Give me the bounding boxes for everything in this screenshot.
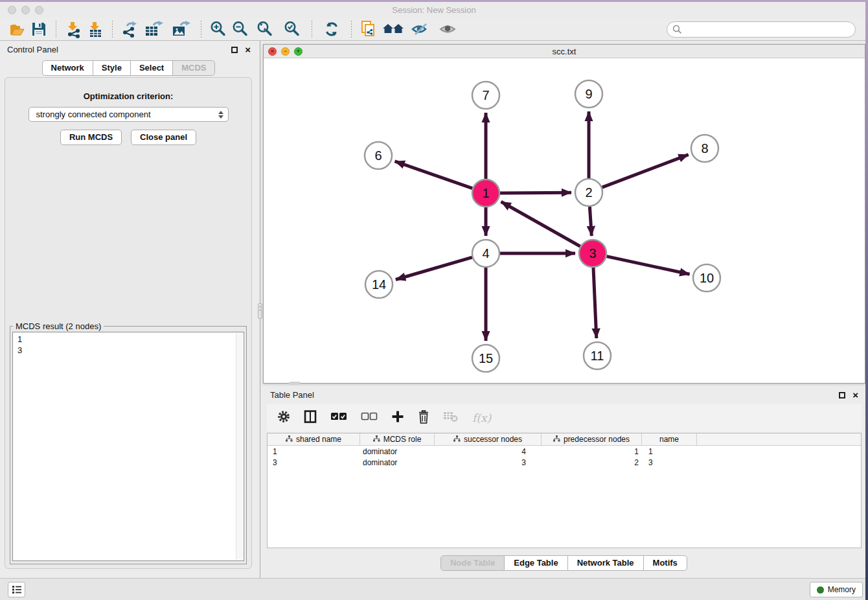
table-options-gear-icon[interactable] xyxy=(277,410,290,426)
function-builder-icon[interactable]: f(x) xyxy=(472,411,491,424)
edge-1-6[interactable] xyxy=(395,161,473,189)
network-canvas[interactable]: 7968124314101511 xyxy=(264,58,865,383)
clone-network-icon[interactable] xyxy=(359,19,378,39)
unselect-all-columns-icon[interactable] xyxy=(361,412,378,424)
search-input[interactable] xyxy=(667,21,856,38)
node-8[interactable]: 8 xyxy=(691,135,718,162)
float-window-icon[interactable] xyxy=(231,47,238,53)
mcds-result-text[interactable]: 1 3 xyxy=(12,332,244,561)
node-14[interactable]: 14 xyxy=(365,271,393,298)
column-header-predecessor-nodes[interactable]: predecessor nodes xyxy=(542,433,642,445)
network-minimize-button[interactable]: − xyxy=(281,47,290,56)
zoom-out-icon[interactable] xyxy=(231,19,250,39)
export-image-icon[interactable] xyxy=(169,19,194,39)
delete-table-icon[interactable] xyxy=(443,411,459,425)
close-panel-button[interactable]: Close panel xyxy=(131,130,196,145)
close-panel-icon[interactable]: × xyxy=(852,391,858,398)
network-graph[interactable]: 7968124314101511 xyxy=(264,58,865,383)
vertical-splitter[interactable] xyxy=(258,41,263,578)
node-table[interactable]: shared nameMCDS rolesuccessor nodesprede… xyxy=(267,433,862,548)
column-header-shared-name[interactable]: shared name xyxy=(268,433,360,445)
app-titlebar: Session: New Session xyxy=(0,2,868,18)
select-all-columns-icon[interactable] xyxy=(330,412,347,424)
cell[interactable]: 3 xyxy=(268,458,360,467)
hide-selected-icon[interactable] xyxy=(408,19,433,39)
edge-2-3[interactable] xyxy=(589,207,591,236)
table-tabs: Node TableEdge TableNetwork TableMotifs xyxy=(263,555,865,571)
hierarchy-icon xyxy=(373,435,380,444)
tab-edge-table[interactable]: Edge Table xyxy=(504,555,567,571)
run-mcds-button[interactable]: Run MCDS xyxy=(60,130,122,145)
float-window-icon[interactable] xyxy=(839,392,845,398)
node-table-body: 1dominator4113dominator323 xyxy=(268,446,861,468)
node-1[interactable]: 1 xyxy=(472,179,499,207)
search-icon xyxy=(672,25,682,34)
app-title: Session: New Session xyxy=(0,5,868,15)
node-9[interactable]: 9 xyxy=(575,80,602,108)
svg-text:3: 3 xyxy=(589,246,596,260)
zoom-fit-icon[interactable] xyxy=(253,19,277,39)
cell[interactable]: 3 xyxy=(435,458,542,467)
show-panels-button[interactable] xyxy=(8,582,25,597)
table-row[interactable]: 1dominator411 xyxy=(268,446,861,457)
svg-text:6: 6 xyxy=(374,148,382,163)
tab-select[interactable]: Select xyxy=(130,60,173,76)
tab-node-table[interactable]: Node Table xyxy=(440,555,505,571)
optimization-dropdown[interactable]: strongly connected component xyxy=(29,107,229,122)
splitter-grip[interactable] xyxy=(258,303,262,319)
edge-3-10[interactable] xyxy=(607,257,690,275)
show-columns-icon[interactable] xyxy=(304,410,317,426)
save-session-icon[interactable] xyxy=(29,19,49,39)
edge-2-8[interactable] xyxy=(602,155,689,188)
tab-motifs[interactable]: Motifs xyxy=(643,555,687,571)
tab-network-table[interactable]: Network Table xyxy=(567,555,644,571)
column-header-MCDS-role[interactable]: MCDS role xyxy=(360,433,435,445)
cell[interactable]: 1 xyxy=(542,447,642,456)
edge-4-14[interactable] xyxy=(396,257,472,279)
table-row[interactable]: 3dominator323 xyxy=(268,457,861,468)
edge-3-11[interactable] xyxy=(593,268,597,338)
cell[interactable]: 3 xyxy=(642,458,697,467)
node-4[interactable]: 4 xyxy=(472,240,499,267)
cell[interactable]: 1 xyxy=(642,447,697,456)
memory-status-icon xyxy=(817,586,824,594)
tab-mcds[interactable]: MCDS xyxy=(172,60,215,76)
first-neighbors-icon[interactable] xyxy=(381,19,405,39)
export-network-icon[interactable] xyxy=(120,19,139,39)
zoom-in-icon[interactable] xyxy=(209,19,228,39)
tab-network[interactable]: Network xyxy=(42,60,93,76)
show-all-icon[interactable] xyxy=(435,19,460,39)
node-11[interactable]: 11 xyxy=(584,342,611,369)
delete-columns-icon[interactable] xyxy=(418,410,429,426)
svg-text:11: 11 xyxy=(591,349,604,363)
memory-button[interactable]: Memory xyxy=(810,582,863,597)
edge-1-2[interactable] xyxy=(500,192,571,193)
close-panel-icon[interactable]: × xyxy=(245,46,251,53)
cell[interactable]: 4 xyxy=(435,447,542,456)
node-10[interactable]: 10 xyxy=(693,264,720,292)
edge-3-1[interactable] xyxy=(501,202,580,246)
node-7[interactable]: 7 xyxy=(472,82,499,109)
node-6[interactable]: 6 xyxy=(365,142,392,169)
refresh-icon[interactable] xyxy=(319,19,344,39)
add-column-icon[interactable] xyxy=(391,410,404,426)
zoom-selected-icon[interactable] xyxy=(280,19,304,39)
node-2[interactable]: 2 xyxy=(575,179,602,206)
column-header-successor-nodes[interactable]: successor nodes xyxy=(435,433,542,445)
column-header-name[interactable]: name xyxy=(642,433,697,445)
node-3[interactable]: 3 xyxy=(579,240,606,267)
import-network-icon[interactable] xyxy=(63,19,83,39)
horizontal-splitter-grip[interactable] xyxy=(289,382,301,385)
import-table-icon[interactable] xyxy=(86,19,105,39)
network-maximize-button[interactable]: + xyxy=(294,47,303,56)
node-15[interactable]: 15 xyxy=(472,345,499,372)
cell[interactable]: 1 xyxy=(268,447,360,456)
tab-style[interactable]: Style xyxy=(93,60,131,76)
network-close-button[interactable]: × xyxy=(268,47,277,56)
result-scrollbar[interactable] xyxy=(236,333,243,560)
cell[interactable]: dominator xyxy=(360,447,435,456)
export-table-icon[interactable] xyxy=(142,19,166,39)
cell[interactable]: dominator xyxy=(360,458,435,467)
cell[interactable]: 2 xyxy=(542,458,642,467)
open-file-icon[interactable] xyxy=(7,19,27,39)
